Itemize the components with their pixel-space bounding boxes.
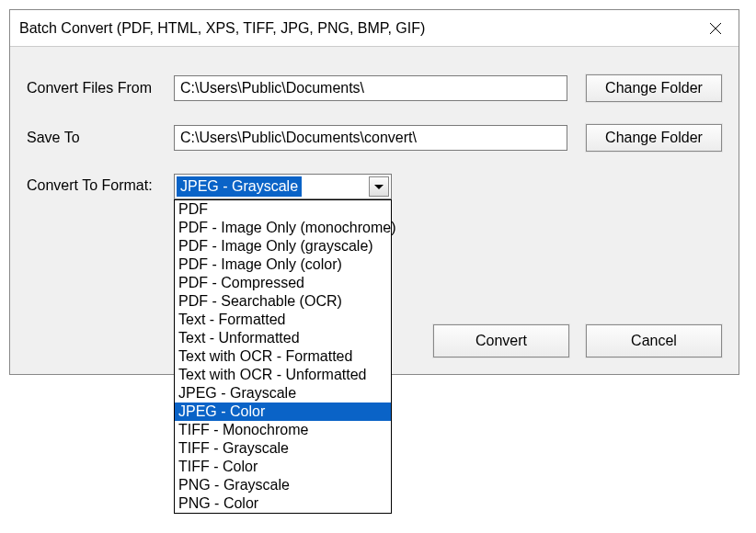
change-folder-from-button[interactable]: Change Folder <box>586 74 722 102</box>
format-option[interactable]: PDF - Compressed <box>175 274 391 292</box>
save-to-label: Save To <box>27 130 174 146</box>
format-option[interactable]: JPEG - Grayscale <box>175 384 391 403</box>
convert-from-input[interactable] <box>174 75 567 101</box>
cancel-button[interactable]: Cancel <box>586 324 722 357</box>
chevron-down-icon[interactable] <box>369 176 389 197</box>
change-folder-to-button[interactable]: Change Folder <box>586 124 722 152</box>
convert-button[interactable]: Convert <box>433 324 569 357</box>
format-option[interactable]: Text with OCR - Unformatted <box>175 366 391 384</box>
format-option[interactable]: PDF - Searchable (OCR) <box>175 292 391 311</box>
format-option[interactable]: JPEG - Color <box>175 403 391 421</box>
convert-from-label: Convert Files From <box>27 80 174 96</box>
convert-from-row: Convert Files From Change Folder <box>27 74 722 102</box>
format-option[interactable]: PDF <box>175 200 391 219</box>
format-selected-value: JPEG - Grayscale <box>177 176 302 197</box>
titlebar: Batch Convert (PDF, HTML, XPS, TIFF, JPG… <box>10 10 739 47</box>
format-dropdown-list[interactable]: PDFPDF - Image Only (monochrome)PDF - Im… <box>174 199 392 514</box>
format-label: Convert To Format: <box>27 174 174 194</box>
dialog-window: Batch Convert (PDF, HTML, XPS, TIFF, JPG… <box>9 9 739 375</box>
format-option[interactable]: PNG - Color <box>175 494 391 513</box>
close-button[interactable] <box>707 20 724 37</box>
format-option[interactable]: TIFF - Color <box>175 458 391 476</box>
action-buttons: Convert Cancel <box>433 324 722 357</box>
save-to-row: Save To Change Folder <box>27 124 722 152</box>
format-option[interactable]: PDF - Image Only (color) <box>175 255 391 274</box>
format-option[interactable]: PDF - Image Only (grayscale) <box>175 237 391 255</box>
format-option[interactable]: Text with OCR - Formatted <box>175 347 391 366</box>
close-icon <box>709 22 722 35</box>
dialog-content: Convert Files From Change Folder Save To… <box>10 47 739 374</box>
window-title: Batch Convert (PDF, HTML, XPS, TIFF, JPG… <box>19 20 425 37</box>
format-option[interactable]: PDF - Image Only (monochrome) <box>175 219 391 237</box>
format-combobox[interactable]: JPEG - Grayscale <box>174 174 392 199</box>
format-option[interactable]: TIFF - Monochrome <box>175 421 391 439</box>
format-combo-wrap: JPEG - Grayscale PDFPDF - Image Only (mo… <box>174 174 392 199</box>
save-to-input[interactable] <box>174 125 567 151</box>
format-row: Convert To Format: JPEG - Grayscale PDFP… <box>27 174 722 199</box>
format-option[interactable]: Text - Unformatted <box>175 329 391 347</box>
format-option[interactable]: PNG - Grayscale <box>175 476 391 494</box>
format-option[interactable]: Text - Formatted <box>175 311 391 329</box>
format-option[interactable]: TIFF - Grayscale <box>175 439 391 458</box>
